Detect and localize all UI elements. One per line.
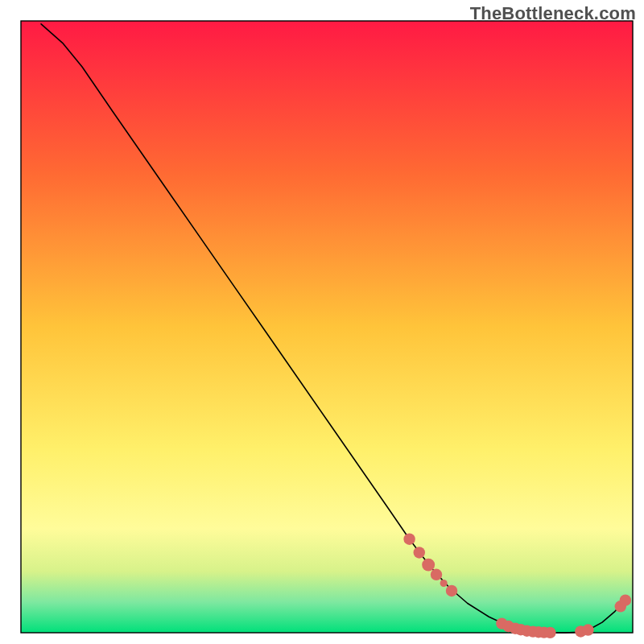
data-marker <box>403 534 415 545</box>
bottleneck-chart <box>0 0 644 644</box>
data-marker <box>544 627 555 638</box>
plot-background <box>21 21 633 633</box>
data-marker <box>582 624 593 635</box>
data-marker <box>414 547 425 558</box>
data-marker <box>440 580 448 587</box>
data-marker <box>620 595 631 606</box>
chart-stage: TheBottleneck.com <box>0 0 644 644</box>
data-marker <box>431 569 442 580</box>
data-marker <box>446 585 457 597</box>
watermark-text: TheBottleneck.com <box>470 3 636 24</box>
data-marker <box>422 559 435 572</box>
